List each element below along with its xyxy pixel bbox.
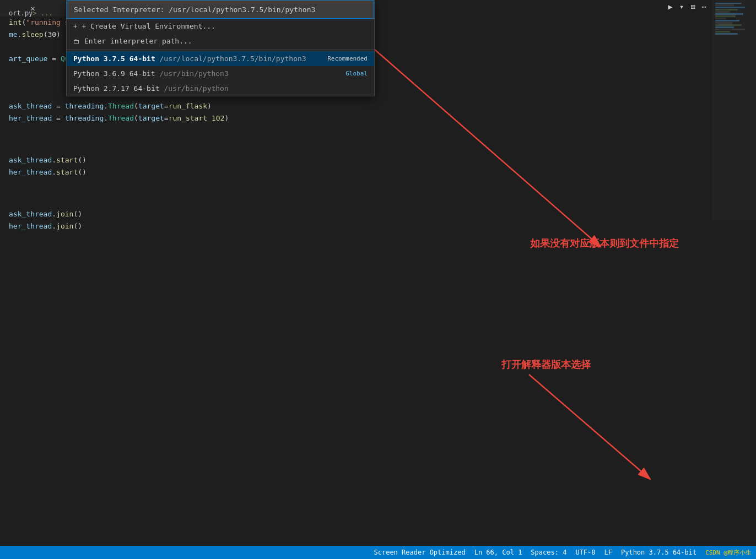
- create-virtual-env-label: + Create Virtual Environment...: [82, 22, 368, 30]
- encoding-item[interactable]: UTF-8: [571, 546, 600, 559]
- code-line: ask_thread = threading.Thread(target=run…: [0, 100, 756, 112]
- svg-line-1: [529, 375, 650, 479]
- minimap: [712, 0, 756, 220]
- interpreter-dropdown: + + Create Virtual Environment... 🗀 Ente…: [66, 0, 375, 96]
- python-375-item[interactable]: Python 3.7.5 64-bit /usr/local/python3.7…: [67, 51, 374, 66]
- line-col-label: Ln 66, Col 1: [474, 549, 522, 556]
- code-line: [0, 191, 756, 203]
- enter-interpreter-path-label: Enter interpreter path...: [84, 37, 368, 45]
- python-2717-item[interactable]: Python 2.7.17 64-bit /usr/bin/python: [67, 81, 374, 96]
- create-virtual-env-item[interactable]: + + Create Virtual Environment...: [67, 19, 374, 34]
- language-label: Python 3.7.5 64-bit: [621, 549, 696, 556]
- status-bar-right: Screen Reader Optimized Ln 66, Col 1 Spa…: [369, 546, 756, 559]
- python-369-item[interactable]: Python 3.6.9 64-bit /usr/bin/python3 Glo…: [67, 66, 374, 81]
- code-line: [0, 124, 756, 137]
- annotation-text-1: 如果没有对应版本则到文件中指定: [530, 237, 679, 250]
- code-line: her_thread.start(): [0, 166, 756, 178]
- line-ending-label: LF: [604, 549, 612, 556]
- dropdown-divider: [67, 50, 374, 50]
- watermark-item: CSDN @程序小生: [701, 546, 756, 559]
- code-line: her_thread.join(): [0, 220, 756, 232]
- screen-reader-optimized-item[interactable]: Screen Reader Optimized: [369, 546, 469, 559]
- screen-reader-label: Screen Reader Optimized: [374, 549, 465, 556]
- editor-area: ✕ ▶ ▾ ⊞ ⋯ ort.py > ... int("running sta …: [0, 0, 756, 529]
- code-line: ask_thread.join(): [0, 208, 756, 220]
- spaces-label: Spaces: 4: [531, 549, 566, 556]
- code-line: her_thread = threading.Thread(target=run…: [0, 112, 756, 124]
- code-line: [0, 178, 756, 191]
- python-375-label: Python 3.7.5 64-bit /usr/local/python3.7…: [73, 55, 327, 63]
- status-bar: Screen Reader Optimized Ln 66, Col 1 Spa…: [0, 546, 756, 559]
- encoding-label: UTF-8: [575, 549, 595, 556]
- chevron-down-icon[interactable]: ▾: [679, 2, 684, 11]
- python-2717-label: Python 2.7.17 64-bit /usr/bin/python: [73, 84, 368, 93]
- top-right-toolbar: ▶ ▾ ⊞ ⋯: [668, 2, 706, 11]
- line-col-item[interactable]: Ln 66, Col 1: [470, 546, 527, 559]
- folder-icon: 🗀: [73, 37, 80, 45]
- code-line: [0, 137, 756, 149]
- recommended-badge: Recommended: [327, 55, 368, 62]
- annotation-text-2: 打开解释器版本选择: [501, 358, 591, 371]
- enter-interpreter-path-item[interactable]: 🗀 Enter interpreter path...: [67, 34, 374, 48]
- python-369-label: Python 3.6.9 64-bit /usr/bin/python3: [73, 69, 345, 78]
- watermark-label: CSDN @程序小生: [705, 549, 752, 557]
- global-badge: Global: [345, 70, 368, 77]
- line-ending-item[interactable]: LF: [600, 546, 617, 559]
- interpreter-search-input[interactable]: [67, 1, 374, 19]
- language-item[interactable]: Python 3.7.5 64-bit: [617, 546, 701, 559]
- more-icon[interactable]: ⋯: [702, 2, 706, 11]
- spaces-item[interactable]: Spaces: 4: [526, 546, 571, 559]
- split-editor-icon[interactable]: ⊞: [690, 2, 695, 11]
- run-icon[interactable]: ▶: [668, 2, 672, 11]
- plus-icon: +: [73, 23, 77, 30]
- code-line: ask_thread.start(): [0, 154, 756, 166]
